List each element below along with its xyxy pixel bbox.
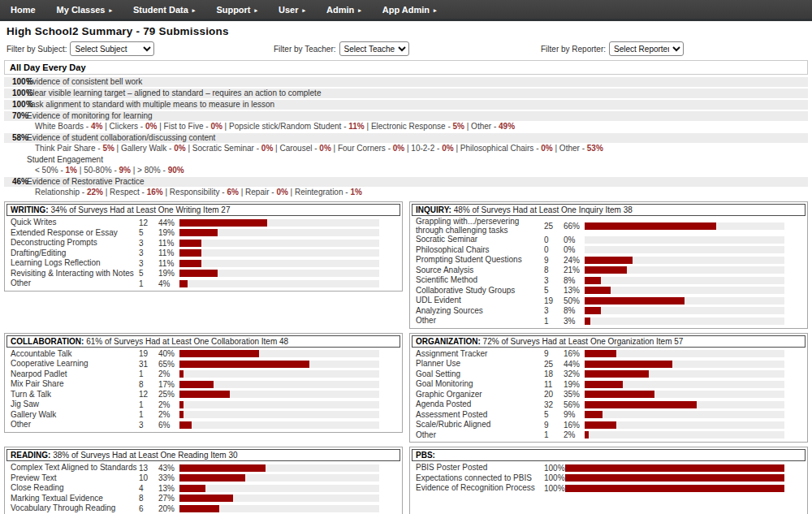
detail-percent: 0% [541,144,552,153]
nav-item-support[interactable]: Support▸ [205,0,268,19]
chart-row-percent: 16% [564,349,585,358]
chart-row-percent: 11% [158,248,179,257]
chart-row-count: 5 [544,410,564,419]
all-day-row-main: Student Engagement [4,155,808,165]
chart-row-count: 9 [544,256,564,265]
detail-percent: 0% [319,144,330,153]
all-day-row-label: Evidence of student collaboration/discus… [27,134,215,142]
chart-row-label: Evidence of Recognition Process [412,484,544,493]
panel-title: COLLABORATION: 61% of Surveys Had at Lea… [6,335,400,348]
chart-row-label: Extended Response or Essay [6,229,139,238]
chart-bar-track [179,260,379,267]
top-nav: HomeMy Classes▸Student Data▸Support▸User… [0,0,812,21]
nav-item-label: Student Data [133,5,188,15]
chart-bar-track [179,370,379,378]
all-day-row-percent: 70% [4,112,27,120]
detail-percent: 5% [102,144,114,153]
chart-bar-track [179,280,379,287]
chart-row: Socratic Seminar00% [412,235,806,245]
chart-bar-track [179,421,379,429]
chart-row-label: Scientific Method [412,276,544,285]
chart-row-percent: 44% [564,360,585,369]
chart-bar [585,257,633,264]
chart-bar-track [179,240,379,247]
chart-bar [179,474,245,482]
subject-select[interactable]: Select Subject [70,41,154,56]
chart-row-count: 4 [139,484,158,493]
all-day-row: 100%Evidence of consistent bell work [4,77,808,87]
panel-title-text: 34% of Surveys Had at Least One Writing … [49,205,231,214]
chart-row: Agenda Posted3256% [412,400,806,410]
reporter-select[interactable]: Select Reporter [609,41,684,56]
chart-bar [179,370,184,378]
chart-row-count: 25 [544,222,564,231]
chart-row: Cooperative Learning3165% [6,359,400,369]
chart-row-count: 6 [139,504,158,513]
nav-item-my-classes[interactable]: My Classes▸ [46,0,123,19]
all-day-row-main: 100%Task alignment to standard with mult… [4,100,808,110]
nav-item-user[interactable]: User▸ [268,0,316,19]
chart-bar-track [565,474,784,482]
panel-title-text: 61% of Surveys Had at Least One Collabor… [84,337,288,346]
nav-item-app-admin[interactable]: App Admin▸ [372,0,447,19]
all-day-row-percent [4,156,27,164]
chart-bar-track [179,361,379,368]
chart-row-count: 3 [139,248,158,257]
chart-row: Analyzing Sources38% [412,306,806,317]
chart-row-count: 11 [544,380,564,389]
chart-row-percent: 6% [158,421,179,430]
all-day-row: 70%Evidence of monitoring for learningWh… [4,111,808,131]
chart-row-percent: 43% [158,464,179,473]
panel-title: READING: 38% of Surveys Had at Least One… [6,449,400,461]
chart-bar-track [585,381,784,388]
chart-panels: WRITING: 34% of Surveys Had at Least One… [4,201,808,514]
all-day-row: 46%Evidence of Restorative PracticeRelat… [4,177,808,197]
chart-row-label: Revisiting & Interacting with Notes [6,270,139,279]
chart-row-label: Quick Writes [6,218,139,227]
chart-bar-track [585,297,784,305]
chart-row-count: 12 [139,218,158,227]
panel-title-category: PBS: [416,451,435,460]
chart-bar [565,464,784,472]
chart-row-percent: 8% [564,276,585,285]
all-day-row-main: 70%Evidence of monitoring for learning [4,111,808,121]
chart-row-count: 3 [544,276,564,285]
chart-bar [179,260,201,267]
detail-percent: 49% [499,122,515,131]
chart-row-label: Mix Pair Share [6,380,139,389]
all-day-row: 100%Task alignment to standard with mult… [4,100,808,110]
chart-bar-track [585,266,784,274]
chart-row-percent: 33% [158,473,179,482]
detail-percent: 53% [587,144,603,153]
chart-row-percent: 24% [564,256,585,265]
chart-row: UDL Evident1950% [412,296,806,306]
chart-row-label: Agenda Posted [412,400,544,409]
nav-item-admin[interactable]: Admin▸ [316,0,372,19]
chart-bar [585,307,601,314]
chart-row: Preview Text1033% [6,473,400,484]
chart-row: PBIS Poster Posted100% [412,463,806,473]
chart-bar-track [565,485,784,492]
chart-bar [179,495,233,502]
detail-percent: 11% [348,122,364,131]
chart-row: Other14% [6,279,400,289]
all-day-row-main: 100%Clear visible learning target – alig… [4,89,808,98]
chart-row-label: Drafting/Editing [6,249,139,258]
chart-row: Complex Text Aligned to Standards1343% [6,463,400,473]
nav-item-home[interactable]: Home [0,0,46,19]
all-day-row-detail: White Boards - 4% | Clickers - 0% | Fist… [4,123,808,131]
chart-row-label: Assignment Tracker [412,350,544,359]
chart-bar [585,431,589,438]
chart-bar-track [585,307,784,314]
chart-row-label: Other [6,421,139,430]
chart-row: Source Analysis821% [412,266,806,276]
detail-percent: 22% [87,188,103,197]
chart-row-percent: 44% [158,218,179,227]
chart-bar-track [179,495,379,502]
chart-row-label: Socratic Seminar [412,235,544,244]
teacher-select[interactable]: Select Teacher [339,41,409,56]
nav-item-student-data[interactable]: Student Data▸ [123,0,205,19]
chart-row-percent: 25% [158,390,179,399]
chart-row: Mix Pair Share817% [6,379,400,390]
chart-row-label: Close Reading [6,484,139,493]
